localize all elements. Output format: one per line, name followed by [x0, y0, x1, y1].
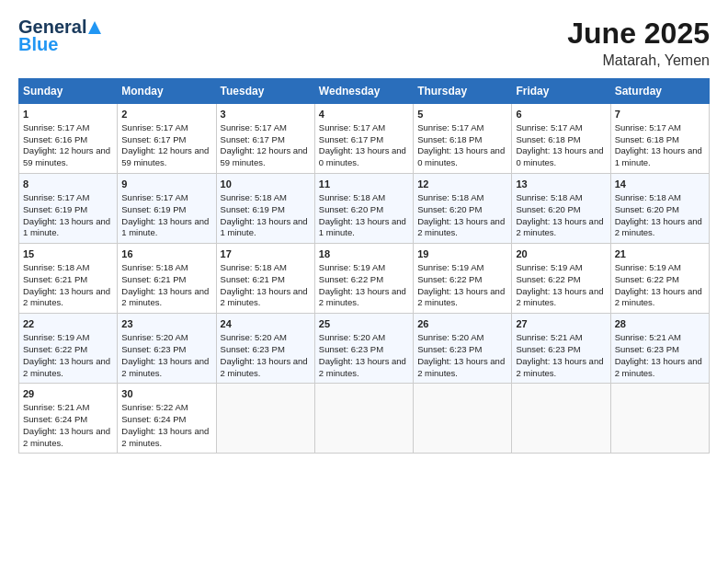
sunset-text: Sunset: 6:24 PM — [23, 414, 87, 424]
sunset-text: Sunset: 6:18 PM — [516, 134, 580, 144]
daylight-label: Daylight: 13 hours and 2 minutes. — [319, 356, 406, 378]
calendar-cell: 1Sunrise: 5:17 AMSunset: 6:16 PMDaylight… — [19, 104, 118, 174]
sunrise-text: Sunrise: 5:18 AM — [615, 192, 681, 202]
sunset-text: Sunset: 6:22 PM — [23, 344, 87, 354]
sunrise-text: Sunrise: 5:18 AM — [319, 192, 385, 202]
sunrise-text: Sunrise: 5:17 AM — [23, 122, 89, 132]
day-number: 3 — [221, 108, 311, 121]
day-number: 13 — [516, 178, 606, 191]
calendar-cell: 3Sunrise: 5:17 AMSunset: 6:17 PMDaylight… — [216, 104, 314, 174]
sunrise-text: Sunrise: 5:17 AM — [23, 192, 89, 202]
day-number: 12 — [417, 178, 507, 191]
daylight-label: Daylight: 13 hours and 2 minutes. — [221, 356, 308, 378]
sunrise-text: Sunrise: 5:18 AM — [221, 262, 287, 272]
sunrise-text: Sunrise: 5:17 AM — [121, 192, 188, 202]
calendar-cell — [216, 384, 314, 454]
calendar-cell: 5Sunrise: 5:17 AMSunset: 6:18 PMDaylight… — [414, 104, 512, 174]
calendar-week-row: 22Sunrise: 5:19 AMSunset: 6:22 PMDayligh… — [19, 314, 710, 384]
daylight-label: Daylight: 13 hours and 1 minute. — [221, 216, 308, 238]
sunrise-text: Sunrise: 5:17 AM — [319, 122, 385, 132]
daylight-label: Daylight: 13 hours and 1 minute. — [121, 216, 209, 238]
calendar-cell: 8Sunrise: 5:17 AMSunset: 6:19 PMDaylight… — [19, 174, 118, 244]
daylight-label: Daylight: 12 hours and 59 minutes. — [23, 145, 110, 167]
header-sunday: Sunday — [19, 79, 118, 104]
sunset-text: Sunset: 6:22 PM — [615, 274, 679, 284]
day-number: 15 — [23, 247, 113, 261]
daylight-label: Daylight: 12 hours and 59 minutes. — [121, 145, 209, 167]
header-saturday: Saturday — [610, 79, 709, 104]
sunrise-text: Sunrise: 5:18 AM — [221, 192, 287, 202]
daylight-label: Daylight: 13 hours and 2 minutes. — [23, 426, 110, 448]
calendar-cell — [512, 384, 610, 454]
calendar-cell: 19Sunrise: 5:19 AMSunset: 6:22 PMDayligh… — [414, 244, 512, 314]
daylight-label: Daylight: 13 hours and 2 minutes. — [516, 216, 603, 238]
day-number: 17 — [221, 247, 311, 261]
day-number: 21 — [615, 247, 705, 261]
day-number: 18 — [319, 247, 409, 261]
calendar-cell: 15Sunrise: 5:18 AMSunset: 6:21 PMDayligh… — [19, 244, 118, 314]
sunset-text: Sunset: 6:23 PM — [221, 344, 285, 354]
sunset-text: Sunset: 6:19 PM — [23, 204, 87, 214]
daylight-label: Daylight: 13 hours and 2 minutes. — [516, 356, 603, 378]
calendar-cell: 21Sunrise: 5:19 AMSunset: 6:22 PMDayligh… — [610, 244, 709, 314]
daylight-label: Daylight: 13 hours and 2 minutes. — [121, 356, 209, 378]
calendar-cell: 24Sunrise: 5:20 AMSunset: 6:23 PMDayligh… — [216, 314, 314, 384]
sunset-text: Sunset: 6:23 PM — [417, 344, 482, 354]
daylight-label: Daylight: 13 hours and 2 minutes. — [121, 426, 209, 448]
calendar-cell: 4Sunrise: 5:17 AMSunset: 6:17 PMDaylight… — [314, 104, 413, 174]
sunrise-text: Sunrise: 5:18 AM — [516, 192, 582, 202]
sunrise-text: Sunrise: 5:17 AM — [121, 122, 188, 132]
sunset-text: Sunset: 6:23 PM — [615, 344, 679, 354]
sunrise-text: Sunrise: 5:19 AM — [615, 262, 681, 272]
sunset-text: Sunset: 6:17 PM — [221, 134, 285, 144]
daylight-label: Daylight: 13 hours and 2 minutes. — [615, 286, 702, 308]
sunrise-text: Sunrise: 5:18 AM — [417, 192, 483, 202]
day-number: 14 — [615, 178, 705, 191]
sunset-text: Sunset: 6:17 PM — [319, 134, 383, 144]
sunrise-text: Sunrise: 5:21 AM — [23, 402, 89, 412]
calendar-table: SundayMondayTuesdayWednesdayThursdayFrid… — [18, 78, 710, 454]
header-friday: Friday — [512, 79, 610, 104]
calendar-week-row: 8Sunrise: 5:17 AMSunset: 6:19 PMDaylight… — [19, 174, 710, 244]
sunset-text: Sunset: 6:22 PM — [516, 274, 580, 284]
daylight-label: Daylight: 13 hours and 2 minutes. — [615, 216, 702, 238]
calendar-cell: 22Sunrise: 5:19 AMSunset: 6:22 PMDayligh… — [19, 314, 118, 384]
logo: General Blue — [18, 17, 101, 55]
sunrise-text: Sunrise: 5:17 AM — [221, 122, 287, 132]
sunrise-text: Sunrise: 5:20 AM — [319, 332, 385, 342]
calendar-cell: 20Sunrise: 5:19 AMSunset: 6:22 PMDayligh… — [512, 244, 610, 314]
calendar-cell — [314, 384, 413, 454]
calendar-cell: 12Sunrise: 5:18 AMSunset: 6:20 PMDayligh… — [414, 174, 512, 244]
sunset-text: Sunset: 6:20 PM — [319, 204, 383, 214]
sunset-text: Sunset: 6:17 PM — [121, 134, 186, 144]
sunrise-text: Sunrise: 5:22 AM — [121, 402, 188, 412]
sunset-text: Sunset: 6:20 PM — [615, 204, 679, 214]
sunrise-text: Sunrise: 5:20 AM — [121, 332, 188, 342]
calendar-week-row: 29Sunrise: 5:21 AMSunset: 6:24 PMDayligh… — [19, 384, 710, 454]
day-number: 8 — [23, 178, 113, 191]
calendar-cell: 7Sunrise: 5:17 AMSunset: 6:18 PMDaylight… — [610, 104, 709, 174]
calendar-cell: 17Sunrise: 5:18 AMSunset: 6:21 PMDayligh… — [216, 244, 314, 314]
calendar-cell: 30Sunrise: 5:22 AMSunset: 6:24 PMDayligh… — [118, 384, 216, 454]
calendar-cell: 9Sunrise: 5:17 AMSunset: 6:19 PMDaylight… — [118, 174, 216, 244]
daylight-label: Daylight: 13 hours and 1 minute. — [319, 216, 406, 238]
sunrise-text: Sunrise: 5:19 AM — [23, 332, 89, 342]
sunrise-text: Sunrise: 5:19 AM — [319, 262, 385, 272]
day-number: 1 — [23, 108, 113, 121]
sunset-text: Sunset: 6:24 PM — [121, 414, 186, 424]
sunset-text: Sunset: 6:18 PM — [615, 134, 679, 144]
header-wednesday: Wednesday — [314, 79, 413, 104]
sunset-text: Sunset: 6:23 PM — [121, 344, 186, 354]
logo-blue: Blue — [18, 34, 58, 55]
sunrise-text: Sunrise: 5:17 AM — [615, 122, 681, 132]
calendar-cell: 28Sunrise: 5:21 AMSunset: 6:23 PMDayligh… — [610, 314, 709, 384]
day-number: 19 — [417, 247, 507, 261]
calendar-cell: 11Sunrise: 5:18 AMSunset: 6:20 PMDayligh… — [314, 174, 413, 244]
daylight-label: Daylight: 13 hours and 2 minutes. — [417, 216, 505, 238]
daylight-label: Daylight: 13 hours and 2 minutes. — [417, 356, 505, 378]
sunset-text: Sunset: 6:23 PM — [319, 344, 383, 354]
sunrise-text: Sunrise: 5:19 AM — [417, 262, 483, 272]
calendar-cell: 6Sunrise: 5:17 AMSunset: 6:18 PMDaylight… — [512, 104, 610, 174]
sunrise-text: Sunrise: 5:20 AM — [417, 332, 483, 342]
calendar-cell — [414, 384, 512, 454]
